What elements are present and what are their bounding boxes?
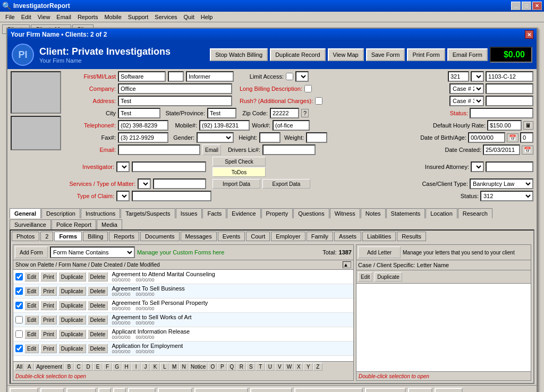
menu-help[interactable]: Help	[198, 13, 216, 21]
menu-file[interactable]: File	[2, 13, 18, 21]
menu-view[interactable]: View	[35, 13, 54, 21]
title-bar: 🔍 InvestigatorReport _ □ ✕	[0, 0, 544, 12]
menu-reports[interactable]: Reports	[74, 13, 101, 21]
menu-bar: File Edit View Email Reports Mobile Supp…	[0, 12, 544, 22]
menu-email[interactable]: Email	[53, 13, 74, 21]
dialog-close-btn[interactable]: ✕	[525, 30, 533, 36]
app-title: InvestigatorReport	[13, 2, 70, 10]
menu-quit[interactable]: Quit	[181, 13, 198, 21]
maximize-btn[interactable]: □	[522, 2, 531, 10]
menu-services[interactable]: Services	[151, 13, 180, 21]
title-bar-icon: 🔍	[2, 2, 11, 10]
menu-edit[interactable]: Edit	[18, 13, 35, 21]
dialog-title-text: Your Firm Name • Clients: 2 of 2	[11, 31, 107, 36]
dialog-title-bar: Your Firm Name • Clients: 2 of 2 ✕	[7, 29, 537, 36]
menu-mobile[interactable]: Mobile	[101, 13, 124, 21]
close-btn[interactable]: ✕	[532, 2, 542, 10]
menu-support[interactable]: Support	[125, 13, 152, 21]
minimize-btn[interactable]: _	[511, 2, 521, 10]
main-dialog: Your Firm Name • Clients: 2 of 2 ✕ PI Cl…	[6, 28, 538, 36]
title-bar-controls: _ □ ✕	[511, 2, 542, 10]
